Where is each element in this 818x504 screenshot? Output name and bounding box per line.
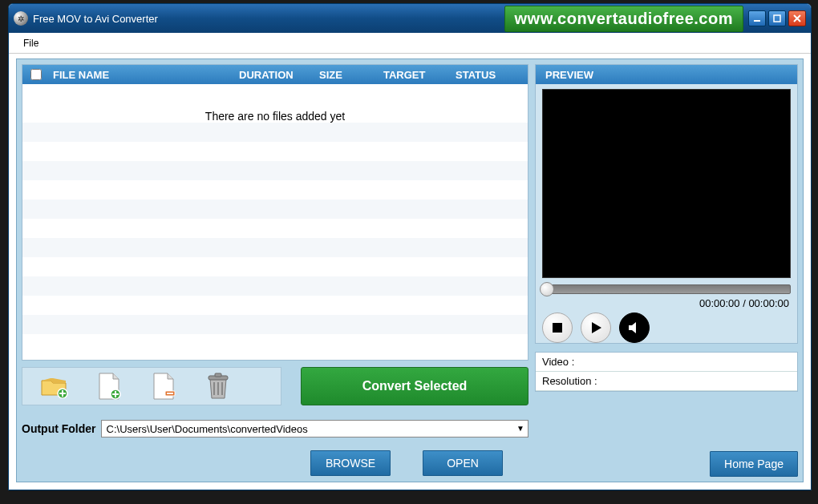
time-display: 00:00:00 / 00:00:00 — [542, 297, 791, 309]
stop-button[interactable] — [542, 312, 573, 343]
close-button[interactable] — [788, 10, 806, 26]
minimize-button[interactable] — [748, 10, 766, 26]
col-header-name[interactable]: FILE NAME — [50, 69, 239, 81]
menubar: File — [9, 33, 811, 54]
file-toolbar — [22, 367, 281, 405]
grid-body: There are no files added yet — [22, 84, 528, 360]
titlebar[interactable]: ✲ Free MOV to Avi Converter www.converta… — [9, 4, 811, 33]
info-resolution-label: Resolution : — [542, 375, 597, 387]
time-total: 00:00:00 — [748, 297, 789, 309]
website-badge[interactable]: www.convertaudiofree.com — [504, 6, 743, 32]
delete-button[interactable] — [202, 370, 234, 402]
col-header-status[interactable]: STATUS — [456, 69, 528, 81]
empty-message: There are no files added yet — [22, 110, 528, 123]
col-header-target[interactable]: TARGET — [383, 69, 456, 81]
output-folder-value: C:\Users\User\Documents\convertedVideos — [107, 423, 308, 435]
svg-rect-5 — [167, 393, 173, 394]
info-resolution: Resolution : — [536, 372, 797, 391]
dropdown-icon[interactable]: ▼ — [516, 424, 524, 433]
add-file-button[interactable] — [93, 370, 125, 402]
convert-selected-button[interactable]: Convert Selected — [301, 367, 528, 405]
open-button[interactable]: OPEN — [423, 450, 503, 476]
col-header-duration[interactable]: DURATION — [239, 69, 319, 81]
browse-button[interactable]: BROWSE — [310, 450, 391, 476]
select-all-checkbox[interactable] — [30, 69, 42, 80]
app-title: Free MOV to Avi Converter — [33, 13, 158, 25]
time-current: 00:00:00 — [699, 297, 740, 309]
svg-rect-8 — [553, 323, 562, 333]
home-page-button[interactable]: Home Page — [710, 451, 798, 477]
svg-rect-7 — [215, 373, 221, 377]
volume-button[interactable] — [619, 312, 650, 343]
seek-thumb[interactable] — [540, 282, 554, 296]
info-video: Video : — [536, 353, 797, 372]
app-window: ✲ Free MOV to Avi Converter www.converta… — [8, 3, 812, 490]
app-icon: ✲ — [14, 11, 28, 26]
preview-header: PREVIEW — [536, 65, 797, 84]
menu-file[interactable]: File — [17, 34, 45, 52]
svg-rect-1 — [774, 15, 780, 22]
output-folder-label: Output Folder — [22, 422, 96, 435]
preview-panel: PREVIEW 00:00:00 / 00:00:00 — [535, 64, 798, 344]
file-grid: FILE NAME DURATION SIZE TARGET STATUS Th… — [22, 64, 528, 361]
seek-slider[interactable] — [542, 284, 791, 294]
info-panel: Video : Resolution : — [535, 352, 798, 392]
info-video-label: Video : — [542, 356, 574, 368]
video-preview[interactable] — [542, 89, 791, 278]
add-folder-button[interactable] — [38, 370, 71, 402]
maximize-button[interactable] — [768, 10, 786, 26]
remove-file-button[interactable] — [148, 370, 180, 402]
col-header-size[interactable]: SIZE — [319, 69, 383, 81]
play-button[interactable] — [581, 312, 611, 343]
grid-header: FILE NAME DURATION SIZE TARGET STATUS — [22, 65, 528, 84]
output-folder-field[interactable]: C:\Users\User\Documents\convertedVideos … — [101, 420, 528, 437]
content-area: FILE NAME DURATION SIZE TARGET STATUS Th… — [16, 58, 804, 482]
svg-rect-0 — [754, 20, 760, 22]
